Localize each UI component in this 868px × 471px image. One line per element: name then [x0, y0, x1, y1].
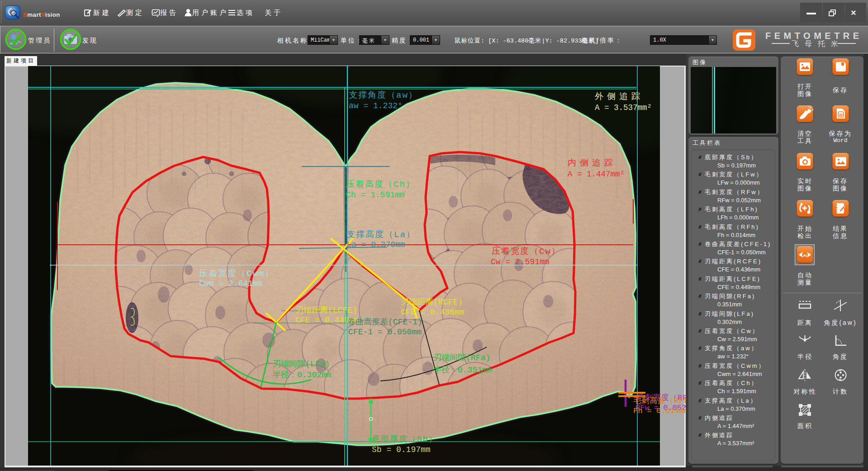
svg-text:AI: AI [803, 253, 807, 257]
svg-text:刃端距离(LCFE): 刃端距离(LCFE) [295, 305, 357, 315]
svg-text:底部厚度（Sb）: 底部厚度（Sb） [372, 434, 438, 444]
svg-text:刃端距离(RCFE): 刃端距离(RCFE) [401, 297, 463, 307]
svg-text:W: W [839, 113, 843, 117]
svg-text:支撑角度（aw）: 支撑角度（aw） [349, 90, 418, 100]
svg-text:内侧追踪: 内侧追踪 [568, 158, 617, 168]
svg-text:Sb = 0.197mm: Sb = 0.197mm [372, 445, 431, 454]
svg-text:CFE-1 = 0.050mm: CFE-1 = 0.050mm [348, 328, 422, 337]
svg-text:aw = 1.232°: aw = 1.232° [349, 101, 403, 110]
svg-text:A = 3.537mm²: A = 3.537mm² [595, 103, 652, 112]
svg-text:A = 1.447mm²: A = 1.447mm² [568, 170, 625, 179]
svg-text:压着宽度（Cwm）: 压着宽度（Cwm） [199, 268, 274, 279]
svg-text:Fh = 0.014mm: Fh = 0.014mm [633, 407, 688, 415]
svg-text:压着高度（Ch）: 压着高度（Ch） [346, 179, 415, 190]
svg-text:卷曲高度差(CFE-1): 卷曲高度差(CFE-1) [347, 317, 422, 327]
svg-text:Cwm = 2.641mm: Cwm = 2.641mm [199, 279, 262, 288]
svg-text:半径：0.302mm: 半径：0.302mm [273, 371, 332, 380]
svg-text:外侧追踪: 外侧追踪 [595, 91, 644, 102]
svg-text:半径：0.351mm: 半径：0.351mm [433, 366, 492, 375]
svg-text:La = 0.370mm: La = 0.370mm [346, 240, 405, 249]
svg-text:Cw = 2.591mm: Cw = 2.591mm [491, 257, 550, 266]
svg-text:支撑高度（La）: 支撑高度（La） [346, 229, 416, 240]
svg-text:CFE = 0.436mm: CFE = 0.436mm [401, 308, 464, 317]
svg-text:刃端间隙(LFa): 刃端间隙(LFa) [273, 360, 330, 369]
svg-text:压着宽度（Cw）: 压着宽度（Cw） [492, 246, 561, 257]
svg-text:刃端间隙(RFa): 刃端间隙(RFa) [433, 353, 490, 362]
svg-text:Ch = 1.591mm: Ch = 1.591mm [346, 190, 405, 200]
